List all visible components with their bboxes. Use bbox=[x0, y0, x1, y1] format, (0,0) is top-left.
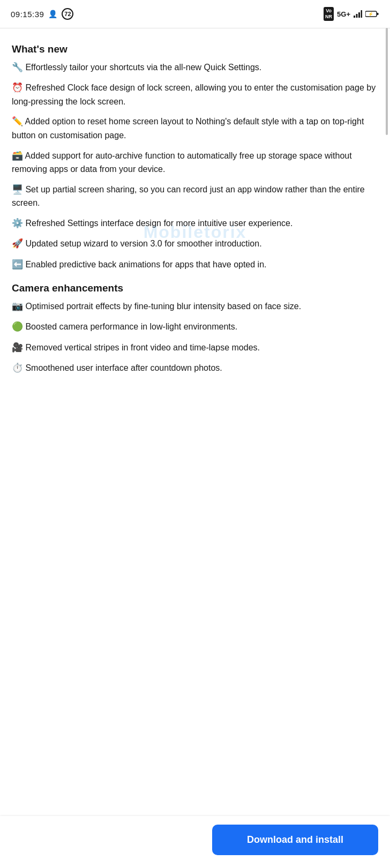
feature-archive: 🗃️ Added support for auto-archive functi… bbox=[12, 149, 378, 176]
feature-clock: ⏰ Refreshed Clock face design of lock sc… bbox=[12, 81, 378, 108]
signal-label: 5G+ bbox=[337, 10, 350, 18]
whats-new-section: What's new 🔧 Effortlessly tailor your sh… bbox=[12, 43, 378, 272]
homescreen-emoji: ✏️ bbox=[12, 116, 23, 126]
settings-emoji: ⚙️ bbox=[12, 218, 23, 228]
svg-rect-0 bbox=[354, 16, 355, 18]
shortcuts-emoji: 🔧 bbox=[12, 62, 23, 72]
feature-settings: ⚙️ Refreshed Settings interface design f… bbox=[12, 216, 378, 230]
svg-rect-1 bbox=[356, 14, 358, 18]
svg-text:⚡: ⚡ bbox=[368, 11, 373, 17]
feature-portrait: 📷 Optimised portrait effects by fine-tun… bbox=[12, 300, 378, 313]
status-right: VoNR 5G+ ⚡ bbox=[324, 7, 379, 21]
status-left: 09:15:39 👤 72 bbox=[11, 8, 73, 20]
video-emoji: 🎥 bbox=[12, 342, 23, 353]
screenshare-emoji: 🖥️ bbox=[12, 184, 23, 194]
download-install-button[interactable]: Download and install bbox=[212, 825, 378, 855]
whats-new-title: What's new bbox=[12, 43, 378, 55]
archive-emoji: 🗃️ bbox=[12, 151, 23, 161]
signal-bars-icon bbox=[354, 10, 362, 18]
notification-badge: 72 bbox=[62, 8, 73, 20]
feature-stripes: 🎥 Removed vertical stripes in front vide… bbox=[12, 341, 378, 355]
main-content: Mobiletorix What's new 🔧 Effortlessly ta… bbox=[0, 28, 390, 435]
svg-rect-5 bbox=[377, 13, 379, 15]
status-bar: 09:15:39 👤 72 VoNR 5G+ ⚡ bbox=[0, 0, 390, 28]
svg-rect-3 bbox=[361, 10, 363, 18]
portrait-emoji: 📷 bbox=[12, 301, 23, 311]
countdown-emoji: ⏱️ bbox=[12, 363, 23, 373]
feature-backanimation: ⬅️ Enabled predictive back animations fo… bbox=[12, 258, 378, 272]
feature-countdown: ⏱️ Smoothened user interface after count… bbox=[12, 361, 378, 375]
vo-nr-badge: VoNR bbox=[324, 7, 334, 21]
feature-homescreen: ✏️ Added option to reset home screen lay… bbox=[12, 115, 378, 142]
time-display: 09:15:39 bbox=[11, 10, 44, 19]
bottom-bar: Download and install bbox=[0, 816, 390, 868]
lowlight-emoji: 🟢 bbox=[12, 321, 23, 332]
clock-emoji: ⏰ bbox=[12, 83, 23, 93]
back-emoji: ⬅️ bbox=[12, 259, 23, 270]
svg-rect-2 bbox=[358, 12, 360, 18]
person-icon: 👤 bbox=[48, 10, 57, 18]
camera-title: Camera enhancements bbox=[12, 282, 378, 294]
feature-lowlight: 🟢 Boosted camera performance in low-ligh… bbox=[12, 320, 378, 334]
feature-screenshare: 🖥️ Set up partial screen sharing, so you… bbox=[12, 183, 378, 210]
feature-shortcuts: 🔧 Effortlessly tailor your shortcuts via… bbox=[12, 61, 378, 74]
camera-section: Camera enhancements 📷 Optimised portrait… bbox=[12, 282, 378, 375]
wizard-emoji: 🚀 bbox=[12, 238, 23, 249]
battery-icon: ⚡ bbox=[365, 10, 379, 18]
feature-wizard: 🚀 Updated setup wizard to version 3.0 fo… bbox=[12, 237, 378, 251]
